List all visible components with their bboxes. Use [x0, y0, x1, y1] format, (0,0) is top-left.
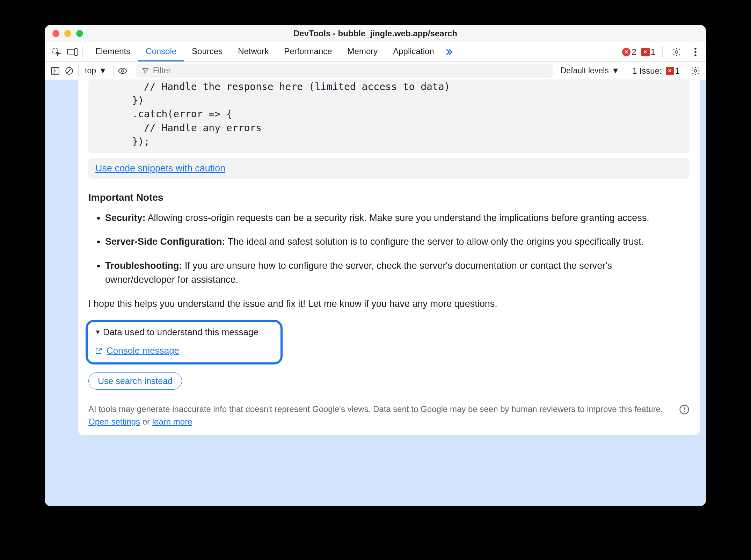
svg-point-4 — [694, 47, 697, 50]
log-levels-label: Default levels — [561, 66, 609, 75]
live-expression-icon[interactable] — [116, 64, 130, 78]
console-message-link[interactable]: Console message — [107, 345, 179, 356]
note-security: Security: Allowing cross-origin requests… — [105, 211, 679, 225]
caution-box: Use code snippets with caution — [88, 158, 690, 179]
close-window-button[interactable] — [52, 30, 59, 37]
learn-more-link[interactable]: learn more — [152, 417, 192, 426]
svg-rect-1 — [67, 49, 74, 54]
code-snippet: // Handle the response here (limited acc… — [88, 80, 690, 148]
errors-badge[interactable]: ✕ 2 — [622, 47, 636, 57]
settings-gear-icon[interactable] — [670, 45, 684, 59]
filter-box[interactable] — [136, 64, 553, 78]
tab-elements[interactable]: Elements — [88, 42, 138, 61]
ai-insight-card: // Handle the response here (limited acc… — [78, 80, 700, 435]
note-config: Server-Side Configuration: The ideal and… — [105, 235, 679, 249]
chevron-down-icon: ▼ — [612, 66, 620, 75]
svg-point-10 — [694, 69, 697, 72]
separator — [662, 46, 663, 58]
mac-titlebar: DevTools - bubble_jingle.web.app/search — [45, 25, 706, 42]
separator — [686, 65, 686, 76]
open-settings-link[interactable]: Open settings — [88, 417, 140, 426]
separator — [132, 65, 132, 76]
svg-point-5 — [694, 51, 697, 53]
errors-count: 2 — [632, 47, 636, 57]
issue-count: 1 — [675, 66, 680, 76]
svg-point-9 — [121, 69, 124, 72]
more-tabs-icon[interactable] — [442, 45, 456, 59]
tab-performance[interactable]: Performance — [276, 42, 340, 61]
svg-point-6 — [694, 54, 697, 56]
status-badges: ✕ 2 ✕ 1 — [622, 45, 702, 59]
issue-flag-icon: ✕ — [641, 48, 650, 56]
inspect-element-icon[interactable] — [48, 42, 64, 62]
ai-disclaimer: AI tools may generate inaccurate info th… — [88, 403, 690, 428]
zoom-window-button[interactable] — [76, 30, 83, 37]
svg-rect-2 — [75, 49, 77, 56]
context-label: top — [85, 66, 96, 75]
minimize-window-button[interactable] — [64, 30, 71, 37]
svg-point-12 — [684, 411, 685, 412]
error-icon: ✕ — [622, 48, 630, 56]
data-used-label: Data used to understand this message — [103, 327, 258, 338]
chevron-down-icon: ▼ — [99, 66, 107, 75]
notes-list: Security: Allowing cross-origin requests… — [105, 211, 679, 287]
disclaimer-text-2: or — [140, 417, 152, 426]
caution-link[interactable]: Use code snippets with caution — [95, 163, 225, 174]
issue-label: 1 Issue: — [633, 66, 662, 76]
issue-indicator[interactable]: 1 Issue: ✕ 1 — [628, 66, 684, 76]
toggle-drawer-icon[interactable] — [48, 64, 62, 78]
tab-application[interactable]: Application — [385, 42, 442, 61]
issues-badge[interactable]: ✕ 1 — [641, 47, 655, 57]
info-warning-icon — [679, 404, 690, 415]
context-selector[interactable]: top ▼ — [81, 64, 111, 78]
filter-input[interactable] — [153, 66, 547, 75]
separator — [78, 65, 79, 76]
notes-heading: Important Notes — [88, 192, 690, 203]
separator — [82, 46, 83, 58]
data-used-toggle[interactable]: ▼ Data used to understand this message — [95, 327, 274, 338]
console-message-link-row: Console message — [95, 345, 274, 356]
closing-text: I hope this helps you understand the iss… — [88, 297, 690, 311]
window-title: DevTools - bubble_jingle.web.app/search — [45, 29, 706, 38]
device-toolbar-icon[interactable] — [64, 42, 80, 62]
console-toolbar: top ▼ Default levels ▼ 1 Issue: ✕ 1 — [45, 62, 706, 80]
tab-sources[interactable]: Sources — [184, 42, 230, 61]
separator — [113, 65, 114, 76]
svg-point-3 — [675, 51, 678, 53]
open-external-icon — [95, 347, 103, 355]
console-settings-gear-icon[interactable] — [688, 64, 702, 78]
devtools-tabs-row: Elements Console Sources Network Perform… — [45, 42, 706, 62]
more-menu-icon[interactable] — [688, 45, 702, 59]
tab-console[interactable]: Console — [138, 42, 184, 61]
filter-icon — [142, 67, 149, 74]
tab-network[interactable]: Network — [230, 42, 276, 61]
separator — [626, 65, 626, 76]
clear-console-icon[interactable] — [62, 64, 76, 78]
note-troubleshoot: Troubleshooting: If you are unsure how t… — [105, 259, 679, 287]
code-snippet-box: // Handle the response here (limited acc… — [88, 80, 690, 153]
issues-count: 1 — [651, 47, 655, 57]
panel-tabs: Elements Console Sources Network Perform… — [88, 42, 442, 61]
disclosure-triangle-icon: ▼ — [95, 329, 101, 336]
disclaimer-text-1: AI tools may generate inaccurate info th… — [88, 404, 663, 414]
tab-memory[interactable]: Memory — [340, 42, 386, 61]
traffic-lights — [52, 30, 83, 37]
use-search-instead-button[interactable]: Use search instead — [88, 372, 182, 390]
devtools-window: DevTools - bubble_jingle.web.app/search … — [45, 25, 706, 506]
data-used-section: ▼ Data used to understand this message C… — [86, 320, 283, 364]
log-levels-selector[interactable]: Default levels ▼ — [556, 64, 624, 78]
issue-flag-icon: ✕ — [666, 67, 674, 75]
console-body: // Handle the response here (limited acc… — [45, 80, 706, 506]
